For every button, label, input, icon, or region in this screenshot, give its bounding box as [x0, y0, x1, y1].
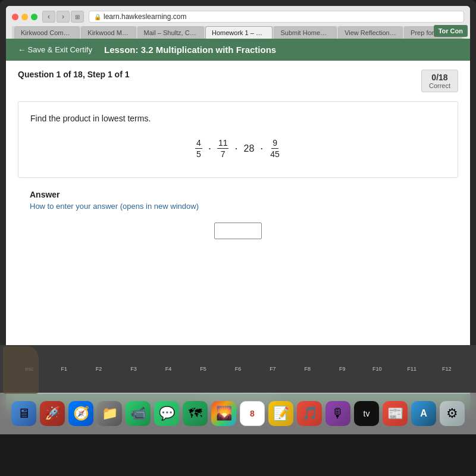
f8-key[interactable]: F8: [297, 366, 318, 372]
address-text: learn.hawkeslearning.com: [104, 12, 186, 21]
score-fraction: 0/18: [429, 73, 450, 82]
dock: 🖥 🚀 🧭 📁 📹 💬 🗺 🌄 8 📝 🎵 🎙 tv 📰 A ⚙: [0, 393, 476, 434]
f9-key[interactable]: F9: [332, 366, 353, 372]
correct-label: Correct: [429, 82, 450, 89]
f5-key[interactable]: F5: [193, 366, 214, 372]
dock-podcasts-icon[interactable]: 🎙: [325, 401, 350, 426]
dock-calendar-icon[interactable]: 8: [240, 401, 265, 426]
lock-icon: 🔒: [94, 14, 101, 20]
fraction-3-numerator: 9: [271, 138, 278, 149]
tor-con-badge: Tor Con: [434, 25, 468, 37]
fraction-3: 9 45: [269, 138, 281, 159]
save-exit-certify-link[interactable]: ← Save & Exit Certify: [18, 45, 92, 54]
tab-mail[interactable]: Mail – Shultz, Christ...: [137, 26, 204, 39]
f7-key[interactable]: F7: [262, 366, 283, 372]
tab-overview-button[interactable]: ⊞: [71, 11, 84, 23]
tabs-bar: Kirkwood Communi... Kirkwood MyHub Mail …: [12, 26, 464, 39]
tab-kirkwood-myhub[interactable]: Kirkwood MyHub: [81, 26, 136, 39]
dock-notes-icon[interactable]: 📝: [268, 401, 293, 426]
dock-photos-icon[interactable]: 🌄: [211, 401, 236, 426]
nav-buttons: ‹ › ⊞: [42, 11, 84, 23]
dot-operator-3: ·: [260, 142, 263, 155]
f1-key[interactable]: F1: [54, 366, 74, 372]
question-header: Question 1 of 18, Step 1 of 1 0/18 Corre…: [18, 70, 458, 92]
address-bar[interactable]: 🔒 learn.hawkeslearning.com: [89, 11, 464, 23]
fraction-1-numerator: 4: [195, 138, 202, 149]
fraction-1-denominator: 5: [195, 149, 202, 159]
minimize-button[interactable]: [21, 14, 28, 20]
dock-launchpad-icon[interactable]: 🚀: [40, 401, 65, 426]
f4-key[interactable]: F4: [158, 366, 179, 372]
fraction-2-numerator: 11: [217, 138, 229, 149]
close-button[interactable]: [12, 14, 18, 20]
dock-appstore-icon[interactable]: A: [411, 401, 436, 426]
keyboard-area: esc F1 F2 F3 F4 F5 F6 F7 F8 F9 F10 F11 F…: [0, 345, 476, 393]
dock-facetime-icon[interactable]: 📹: [126, 401, 151, 426]
answer-section: Answer How to enter your answer (opens i…: [18, 190, 458, 251]
fraction-2-denominator: 7: [220, 149, 227, 159]
dock-safari-icon[interactable]: 🧭: [68, 401, 93, 426]
fraction-2: 11 7: [217, 138, 229, 159]
tab-view-reflection[interactable]: View Reflection – P...: [338, 26, 403, 39]
tab-kirkwood-communi[interactable]: Kirkwood Communi...: [14, 26, 80, 39]
tab-submit-homework[interactable]: Submit Homework...: [274, 26, 337, 39]
dock-appletv-icon[interactable]: tv: [354, 401, 379, 426]
traffic-lights: [12, 14, 37, 20]
fraction-1: 4 5: [195, 138, 202, 159]
question-box: Find the product in lowest terms. 4 5 · …: [18, 101, 458, 178]
f2-key[interactable]: F2: [89, 366, 109, 372]
f6-key[interactable]: F6: [227, 366, 248, 372]
dot-operator-1: ·: [208, 142, 211, 155]
tab-homework[interactable]: Homework 1 – Princ...: [205, 26, 273, 39]
dot-operator-2: ·: [234, 142, 237, 155]
f10-key[interactable]: F10: [367, 366, 387, 372]
dock-music-icon[interactable]: 🎵: [297, 401, 322, 426]
forward-button[interactable]: ›: [57, 11, 70, 23]
answer-help-link[interactable]: How to enter your answer (opens in new w…: [30, 202, 446, 211]
score-box: 0/18 Correct: [421, 70, 458, 92]
math-expression: 4 5 · 11 7 · 28 · 9 45: [30, 138, 446, 159]
whole-number: 28: [244, 143, 255, 154]
f12-key[interactable]: F12: [436, 366, 457, 372]
dock-system-icon[interactable]: ⚙: [440, 401, 465, 426]
f11-key[interactable]: F11: [402, 366, 422, 372]
lesson-title: Lesson: 3.2 Multiplication with Fraction…: [104, 45, 276, 55]
question-text: Find the product in lowest terms.: [30, 114, 446, 123]
fraction-3-denominator: 45: [269, 149, 281, 159]
answer-input-container: [30, 223, 446, 239]
fullscreen-button[interactable]: [31, 14, 37, 20]
f3-key[interactable]: F3: [123, 366, 144, 372]
back-button[interactable]: ‹: [42, 11, 55, 23]
question-area: Question 1 of 18, Step 1 of 1 0/18 Corre…: [6, 61, 470, 394]
dock-finder-icon[interactable]: 🖥: [11, 401, 36, 426]
answer-input[interactable]: [214, 223, 262, 239]
dock-maps-icon[interactable]: 🗺: [183, 401, 208, 426]
hand-silhouette: [3, 346, 39, 394]
laptop-screen: ‹ › ⊞ 🔒 learn.hawkeslearning.com Kirkwoo…: [0, 0, 476, 434]
lesson-header: ← Save & Exit Certify Lesson: 3.2 Multip…: [6, 39, 470, 61]
dock-news-icon[interactable]: 📰: [383, 401, 408, 426]
answer-label: Answer: [30, 190, 446, 199]
dock-messages-icon[interactable]: 💬: [154, 401, 179, 426]
dock-files-icon[interactable]: 📁: [97, 401, 122, 426]
browser-titlebar: ‹ › ⊞ 🔒 learn.hawkeslearning.com: [12, 11, 464, 23]
browser-chrome: ‹ › ⊞ 🔒 learn.hawkeslearning.com Kirkwoo…: [6, 6, 470, 39]
question-label: Question 1 of 18, Step 1 of 1: [18, 70, 129, 79]
